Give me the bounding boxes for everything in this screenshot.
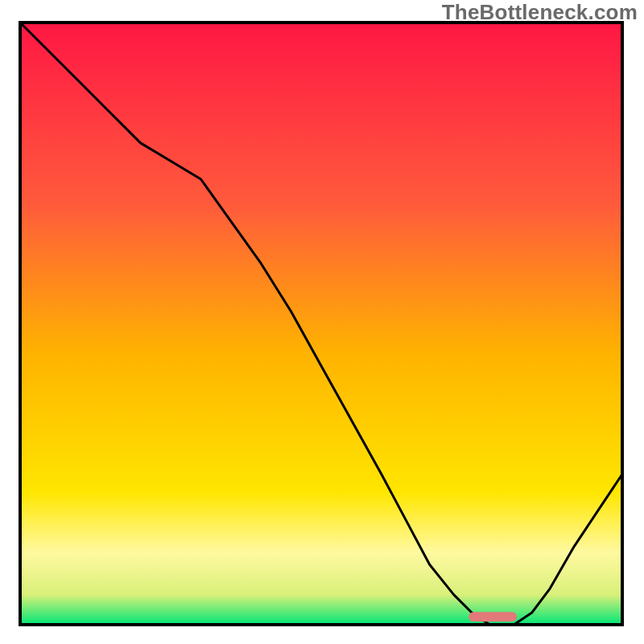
watermark-text: TheBottleneck.com [442, 0, 638, 25]
bottleneck-chart: TheBottleneck.com [0, 0, 644, 644]
optimal-marker [469, 612, 517, 621]
chart-svg [0, 0, 644, 644]
